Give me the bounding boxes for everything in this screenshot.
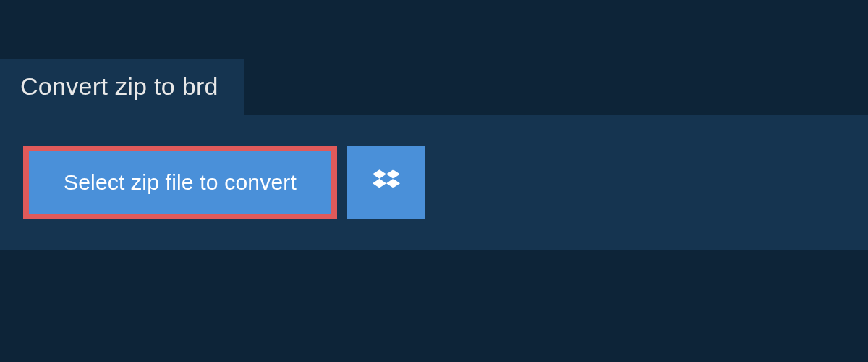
select-file-label: Select zip file to convert xyxy=(64,170,297,195)
select-file-button[interactable]: Select zip file to convert xyxy=(23,146,337,219)
tab-label: Convert zip to brd xyxy=(20,72,218,100)
tab-bar: Convert zip to brd xyxy=(0,0,868,115)
dropbox-icon xyxy=(373,167,400,198)
dropbox-button[interactable] xyxy=(347,146,425,219)
action-panel: Select zip file to convert xyxy=(0,115,868,250)
tab-convert[interactable]: Convert zip to brd xyxy=(0,59,244,115)
